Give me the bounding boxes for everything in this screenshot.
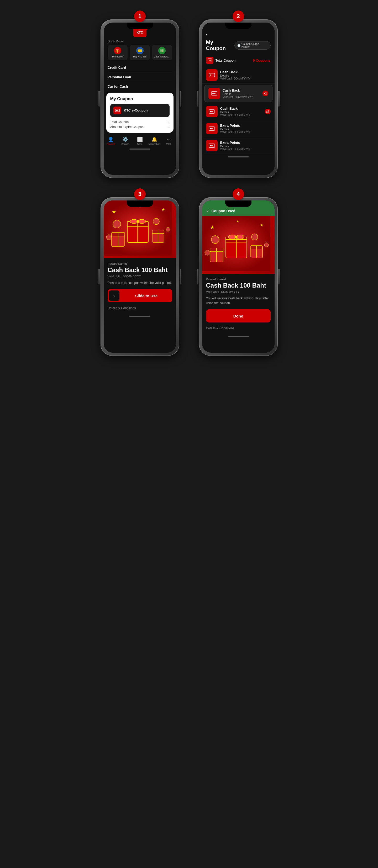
notch-2 — [225, 23, 252, 29]
svg-text:★: ★ — [260, 223, 264, 227]
svg-point-32 — [113, 220, 121, 228]
svg-point-48 — [235, 236, 238, 238]
home-indicator-4 — [202, 334, 274, 339]
coupon-info-5: Extra Points Details Valid Until : DD/MM… — [220, 141, 271, 151]
home-indicator-1 — [104, 147, 176, 152]
reward-desc-4: You will receive cash back within 5 days… — [206, 296, 271, 305]
expire-value: 0 — [168, 125, 170, 129]
notification-icon: 🔔 — [151, 136, 157, 142]
quick-menu-cash[interactable]: 💵 Cash Withdra... — [152, 45, 172, 60]
home-indicator-3 — [104, 314, 176, 319]
reward-desc-3: Please use the coupon within the valid p… — [108, 280, 172, 285]
coupon-badge-2: x2 — [262, 91, 268, 96]
menu-car-for-cash[interactable]: Car for Cash — [108, 82, 172, 91]
coupon-hero-3: ‹ ★ ★ ★ — [104, 200, 176, 258]
coupon-detail-4: Details — [220, 127, 271, 131]
notch-3 — [127, 200, 153, 207]
coupon-ktc-row[interactable]: KTC e-Coupon — [110, 104, 170, 117]
cash-icon: 💵 — [158, 47, 166, 54]
total-coupon-icon — [206, 57, 213, 64]
coupon-list: Cash Back Details Valid Until : DD/MM/YY… — [202, 67, 274, 154]
coupon-thumb-3 — [206, 106, 217, 117]
home-bar-4 — [228, 336, 249, 337]
total-count: 9 Coupons — [253, 59, 270, 62]
account-icon: 👤 — [108, 136, 114, 142]
my-coupon-title: My Coupon — [110, 97, 170, 101]
coupon-thumb-1 — [206, 69, 217, 81]
promotion-icon: 🎁 — [114, 47, 121, 54]
screen2-title-row: My Coupon 🕐 Coupon Usage History — [206, 39, 271, 52]
coupon-item-1[interactable]: Cash Back Details Valid Until : DD/MM/YY… — [202, 67, 274, 84]
expire-label: About to Expire Coupon — [110, 125, 144, 129]
reward-label-3: Reward Earned — [108, 262, 172, 265]
coupon-info-3: Cash Back Details Valid Until : DD/MM/YY… — [220, 106, 271, 117]
details-conditions-3[interactable]: Details & Conditions — [108, 306, 172, 310]
svg-point-10 — [210, 128, 211, 129]
nav-notification[interactable]: 🔔 Notification — [147, 136, 162, 145]
menu-credit-card[interactable]: Credit Card — [108, 63, 172, 72]
notch-1 — [127, 23, 153, 29]
nav-service[interactable]: ⚙️ Service — [118, 136, 133, 145]
done-button[interactable]: Done — [206, 309, 271, 322]
coupon-validity-5: Valid Until : DD/MM/YYYY — [220, 148, 271, 151]
phone-frame-1: KTC Quick Menu 🎁 Promotion 💳 Pay KTC Bil… — [100, 20, 179, 178]
phone-screen-2: ‹ My Coupon 🕐 Coupon Usage History — [202, 23, 274, 175]
coupon-item-4[interactable]: Extra Points Details Valid Until : DD/MM… — [202, 120, 274, 137]
step-1-badge: 1 — [134, 10, 146, 22]
reward-label-4: Reward Earned — [206, 278, 271, 281]
svg-point-12 — [210, 145, 211, 146]
account-label: Account — [107, 143, 115, 145]
coupon-ktc-icon — [113, 106, 121, 115]
menu-personal-loan[interactable]: Personal Loan — [108, 72, 172, 82]
coupon-badge-3: x4 — [265, 108, 271, 115]
slide-arrow-icon: › — [109, 290, 119, 301]
ktc-logo-icon: KTC — [133, 28, 146, 37]
history-icon: 🕐 — [237, 44, 240, 47]
scan-icon: ⬜ — [137, 136, 143, 142]
svg-point-33 — [153, 218, 159, 225]
coupon-item-2[interactable]: Cash Back Details Valid Until : DD/MM/YY… — [204, 85, 272, 102]
history-button[interactable]: 🕐 Coupon Usage History — [234, 41, 271, 50]
scan-label: Scan — [137, 143, 143, 145]
slide-to-use-button[interactable]: › Slide to Use — [108, 289, 172, 302]
coupon-info-1: Cash Back Details Valid Until : DD/MM/YY… — [220, 70, 271, 80]
notification-label: Notification — [148, 143, 160, 145]
coupon-detail-section-4: Reward Earned Cash Back 100 Baht Valid U… — [202, 274, 274, 334]
coupon-info-2: Cash Back Details Valid Until : DD/MM/YY… — [223, 88, 268, 98]
reward-title-3: Cash Back 100 Baht — [108, 266, 172, 274]
phone-screen-3: ‹ ★ ★ ★ — [104, 200, 176, 353]
back-button-2[interactable]: ‹ — [206, 32, 271, 37]
total-value: 9 — [168, 120, 170, 124]
nav-more[interactable]: ··· More — [162, 136, 176, 145]
paybill-icon: 💳 — [136, 47, 144, 54]
step-1-container: 1 KTC Quick Menu 🎁 Promotion — [94, 10, 185, 178]
nav-scan[interactable]: ⬜ Scan — [133, 136, 147, 145]
gift-hero-svg-4: ★ ★ ★ ★ ★ — [202, 216, 270, 271]
coupon-validity-2: Valid Until : DD/MM/YYYY — [223, 95, 268, 98]
svg-text:★: ★ — [162, 207, 165, 212]
reward-valid-4: Valid Until : DD/MM/YYYY — [206, 290, 271, 293]
quick-menu-section: Quick Menu 🎁 Promotion 💳 Pay KTC Bill 💵 — [104, 40, 176, 63]
step-4-badge: 4 — [233, 188, 244, 200]
phone-screen-1: KTC Quick Menu 🎁 Promotion 💳 Pay KTC Bil… — [104, 23, 176, 175]
svg-text:★: ★ — [112, 209, 116, 215]
coupon-item-3[interactable]: Cash Back Details Valid Until : DD/MM/YY… — [202, 103, 274, 120]
phone-frame-4: ✓ Coupon Used ★ ★ — [199, 197, 278, 356]
coupon-name-5: Extra Points — [220, 141, 271, 145]
quick-menu-promotion[interactable]: 🎁 Promotion — [108, 45, 128, 60]
coupon-detail-3: Details — [220, 111, 271, 114]
coupon-name-4: Extra Points — [220, 124, 271, 127]
nav-account[interactable]: 👤 Account — [104, 136, 118, 145]
success-text: Coupon Used — [211, 209, 235, 213]
home-bar-2 — [228, 156, 249, 157]
quick-menu-grid: 🎁 Promotion 💳 Pay KTC Bill 💵 Cash Withdr… — [108, 45, 172, 60]
svg-point-8 — [210, 111, 211, 112]
coupon-ktc-label: KTC e-Coupon — [124, 108, 148, 112]
slide-label: Slide to Use — [121, 293, 172, 298]
svg-text:★: ★ — [210, 224, 215, 230]
details-conditions-4[interactable]: Details & Conditions — [206, 327, 271, 330]
coupon-name-1: Cash Back — [220, 70, 271, 74]
quick-menu-paybill[interactable]: 💳 Pay KTC Bill — [130, 45, 150, 60]
coupon-thumb-4 — [206, 123, 217, 134]
coupon-item-5[interactable]: Extra Points Details Valid Until : DD/MM… — [202, 137, 274, 154]
